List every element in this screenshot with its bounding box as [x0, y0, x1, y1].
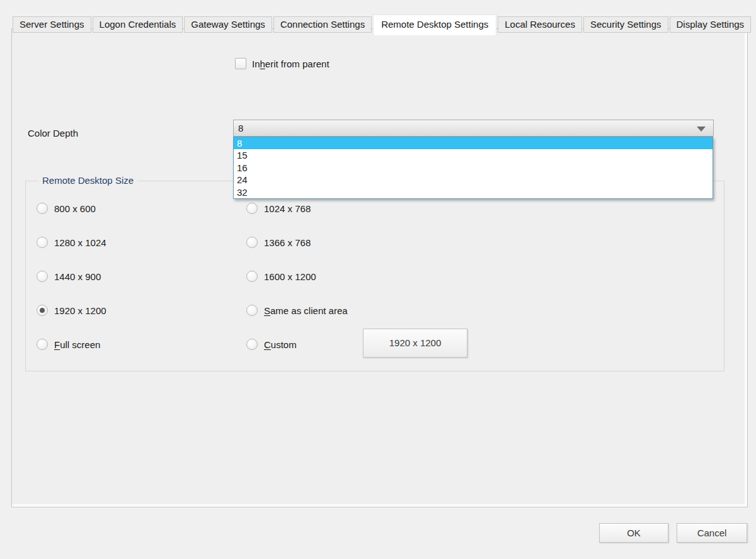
color-depth-option[interactable]: 24 — [234, 174, 713, 186]
radio-1600x1200[interactable]: 1600 x 1200 — [246, 271, 316, 282]
tab-gateway-settings[interactable]: Gateway Settings — [184, 16, 272, 33]
radio-label: 1440 x 900 — [54, 271, 101, 282]
radio-label: Same as client area — [264, 305, 348, 316]
color-depth-option[interactable]: 8 — [234, 137, 713, 149]
tab-security-settings[interactable]: Security Settings — [583, 16, 668, 33]
tab-logon-credentials[interactable]: Logon Credentials — [93, 16, 183, 33]
radio-circle — [246, 339, 258, 350]
radio-label: 1920 x 1200 — [54, 305, 106, 316]
chevron-down-icon — [697, 127, 706, 132]
radio-label: 1600 x 1200 — [264, 271, 316, 282]
inherit-from-parent-row: Inherit from parent — [235, 58, 329, 69]
radio-1440x900[interactable]: 1440 x 900 — [37, 271, 101, 282]
radio-label: 1280 x 1024 — [54, 237, 106, 248]
inherit-from-parent-checkbox[interactable] — [235, 58, 246, 69]
radio-1920x1200[interactable]: 1920 x 1200 — [37, 305, 106, 316]
radio-circle — [246, 305, 258, 316]
custom-size-button[interactable]: 1920 x 1200 — [363, 329, 467, 358]
radio-circle — [246, 237, 258, 248]
radio-circle — [246, 203, 258, 214]
ok-button[interactable]: OK — [599, 523, 668, 543]
tab-local-resources[interactable]: Local Resources — [498, 16, 582, 33]
tab-connection-settings[interactable]: Connection Settings — [273, 16, 372, 33]
radio-full-screen[interactable]: Full screen — [37, 339, 100, 350]
radio-circle — [37, 271, 48, 282]
radio-1366x768[interactable]: 1366 x 768 — [246, 237, 311, 248]
radio-label: Full screen — [54, 339, 100, 350]
radio-circle — [37, 339, 48, 350]
radio-circle — [37, 203, 48, 214]
tab-server-settings[interactable]: Server Settings — [13, 16, 91, 33]
radio-same-as-client-area[interactable]: Same as client area — [246, 305, 348, 316]
radio-circle — [246, 271, 258, 282]
remote-desktop-size-legend: Remote Desktop Size — [38, 175, 137, 186]
radio-label: 800 x 600 — [54, 203, 96, 214]
color-depth-value: 8 — [238, 123, 243, 133]
color-depth-dropdown-list: 8 15 16 24 32 — [233, 137, 713, 199]
color-depth-select[interactable]: 8 — [233, 120, 714, 137]
radio-label: 1366 x 768 — [264, 237, 311, 248]
radio-circle-selected — [37, 305, 48, 316]
radio-800x600[interactable]: 800 x 600 — [37, 203, 96, 214]
radio-1024x768[interactable]: 1024 x 768 — [246, 203, 311, 214]
radio-custom[interactable]: Custom — [246, 339, 297, 350]
tab-bar: Server Settings Logon Credentials Gatewa… — [13, 12, 752, 33]
inherit-from-parent-label: Inherit from parent — [252, 59, 329, 69]
tab-remote-desktop-settings[interactable]: Remote Desktop Settings — [373, 14, 496, 35]
radio-label: Custom — [264, 339, 297, 350]
color-depth-option[interactable]: 16 — [234, 162, 713, 174]
radio-label: 1024 x 768 — [264, 203, 311, 214]
color-depth-option[interactable]: 32 — [234, 186, 713, 198]
tab-display-settings[interactable]: Display Settings — [670, 16, 752, 33]
cancel-button[interactable]: Cancel — [677, 523, 747, 543]
radio-circle — [37, 237, 48, 248]
color-depth-option[interactable]: 15 — [234, 149, 713, 161]
radio-1280x1024[interactable]: 1280 x 1024 — [37, 237, 106, 248]
color-depth-label: Color Depth — [28, 128, 78, 138]
